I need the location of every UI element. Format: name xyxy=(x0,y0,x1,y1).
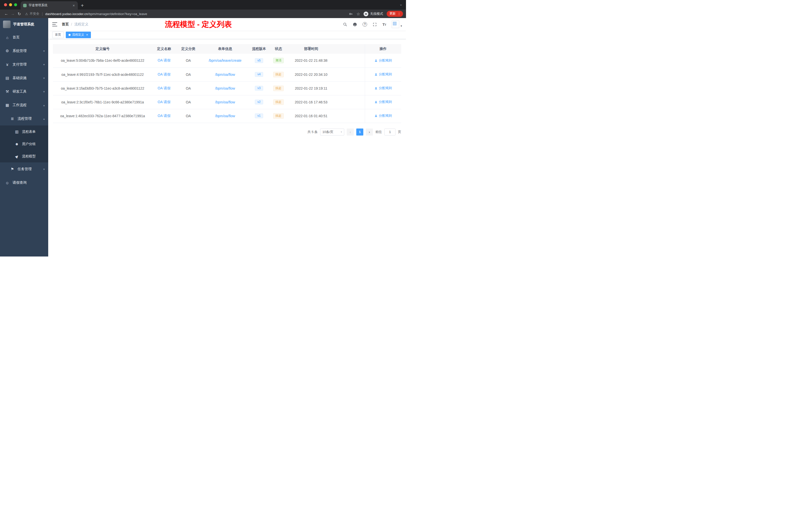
sidebar-item-workflow[interactable]: ▦ 工作流程 xyxy=(0,98,48,112)
infrastructure-icon: ▤ xyxy=(5,76,9,80)
assign-rule-link[interactable]: 分配规则 xyxy=(374,114,392,118)
sidebar-item-process-model[interactable]: ▶ 流程模型 xyxy=(0,150,48,162)
active-dot-icon xyxy=(68,34,70,36)
user-avatar-menu[interactable]: ▾ xyxy=(392,21,402,28)
fullscreen-icon[interactable] xyxy=(373,22,377,27)
definition-name-link[interactable]: OA 请假 xyxy=(158,100,171,104)
sidebar-item-infrastructure[interactable]: ▤ 基础设施 xyxy=(0,71,48,85)
incognito-label: 无痕模式 xyxy=(370,11,383,16)
tag-close-icon[interactable]: × xyxy=(86,33,88,37)
cell-filler xyxy=(334,54,365,67)
person-icon: ☺ xyxy=(5,181,9,185)
assign-rule-link[interactable]: 分配规则 xyxy=(374,86,392,90)
url-divider: | xyxy=(42,12,43,16)
status-badge: 挂起 xyxy=(273,113,284,119)
status-badge: 挂起 xyxy=(273,72,284,77)
sidebar-item-label: 支付管理 xyxy=(12,62,27,67)
sidebar-item-home[interactable]: ⌂ 首页 xyxy=(0,31,48,44)
tag-process-definition[interactable]: 流程定义 × xyxy=(66,32,91,38)
zoom-window-button[interactable] xyxy=(14,3,17,6)
form-link[interactable]: /bpm/oa/flow xyxy=(215,72,235,77)
github-icon[interactable] xyxy=(353,22,357,27)
definition-name-link[interactable]: OA 请假 xyxy=(158,58,171,62)
col-filler xyxy=(334,44,365,54)
sidebar-item-user-group[interactable]: ☻ 用户分组 xyxy=(0,138,48,150)
browser-tab[interactable]: 芋道管理系统 × xyxy=(21,1,78,9)
chevron-up-icon xyxy=(43,104,45,107)
definition-name-link[interactable]: OA 请假 xyxy=(158,86,171,90)
tag-home[interactable]: 首页 xyxy=(52,32,64,38)
security-indicator[interactable]: ⚠ 不安全 xyxy=(25,11,39,16)
update-button[interactable]: 更新 ⋮ xyxy=(387,11,403,17)
assign-rule-link[interactable]: 分配规则 xyxy=(374,72,392,77)
cell-deploy-time: 2022-01-22 21:48:38 xyxy=(289,54,334,67)
page-number-button[interactable]: 1 xyxy=(356,128,363,135)
prev-page-button[interactable]: ‹ xyxy=(347,128,354,135)
form-link[interactable]: /bpm/oa/flow xyxy=(215,86,235,90)
sidebar-item-label: 请假查询 xyxy=(12,180,27,185)
form-link[interactable]: /bpm/oa/flow xyxy=(215,114,235,118)
table-row: oa_leave:2:3c1f0ef1-76b1-11ec-9c66-a2380… xyxy=(53,95,401,109)
back-button[interactable]: ← xyxy=(3,11,9,16)
cell-category: OA xyxy=(176,81,201,95)
minimize-window-button[interactable] xyxy=(9,3,12,6)
sidebar-item-process-management[interactable]: ≣ 流程管理 xyxy=(0,112,48,125)
forward-button[interactable]: → xyxy=(9,11,16,16)
definition-name-link[interactable]: OA 请假 xyxy=(158,72,171,76)
form-link[interactable]: /bpm/oa/flow xyxy=(215,100,235,104)
url-domain: dashboard.yudao.iocoder.cn xyxy=(45,12,88,16)
sidebar-item-payment-management[interactable]: ¥ 支付管理 xyxy=(0,58,48,71)
sidebar-item-label: 任务管理 xyxy=(18,167,32,172)
annotation-title: 流程模型 - 定义列表 xyxy=(165,19,232,30)
new-tab-button[interactable]: + xyxy=(81,3,84,8)
sidebar-item-task-management[interactable]: ⚑ 任务管理 xyxy=(0,162,48,176)
goto-page-input[interactable] xyxy=(384,128,396,135)
version-badge: v2 xyxy=(255,100,263,104)
sidebar-item-dev-tools[interactable]: ⚒ 研发工具 xyxy=(0,85,48,98)
logo-avatar xyxy=(3,21,10,28)
cell-deploy-time: 2022-01-22 20:34:10 xyxy=(289,67,334,81)
key-icon[interactable] xyxy=(349,12,353,16)
page-size-select[interactable]: 10条/页 ▾ xyxy=(320,128,344,135)
help-icon[interactable]: ? xyxy=(362,22,367,27)
browser-menu-icon[interactable]: ⋮ xyxy=(398,12,401,16)
update-label: 更新 xyxy=(389,11,396,16)
sidebar: 芋道管理系统 ⌂ 首页 ⚙ 系统管理 ¥ 支付管理 ▤ 基础设施 ⚒ 研发工具 … xyxy=(0,18,48,256)
tab-favicon-icon xyxy=(23,4,27,7)
next-page-button[interactable]: › xyxy=(366,128,373,135)
cell-definition-id: oa_leave:1:482ec033-762a-11ec-8477-a2380… xyxy=(53,109,152,123)
incognito-icon xyxy=(364,11,368,16)
tab-search-chevron-icon[interactable]: ⌄ xyxy=(399,2,403,6)
breadcrumb-separator: / xyxy=(71,22,72,26)
sidebar-item-leave-query[interactable]: ☺ 请假查询 xyxy=(0,176,48,189)
bookmark-star-icon[interactable]: ☆ xyxy=(356,11,360,16)
tab-close-icon[interactable]: × xyxy=(72,3,75,7)
window-controls xyxy=(0,3,21,6)
person-icon xyxy=(374,87,378,90)
tag-label: 流程定义 xyxy=(72,33,84,37)
cell-category: OA xyxy=(176,109,201,123)
assign-rule-link[interactable]: 分配规则 xyxy=(374,100,392,104)
assign-rule-link[interactable]: 分配规则 xyxy=(374,58,392,63)
font-size-icon[interactable]: TT xyxy=(382,22,386,27)
sidebar-item-label: 系统管理 xyxy=(12,49,27,53)
cell-category: OA xyxy=(176,67,201,81)
warning-icon: ⚠ xyxy=(25,12,28,16)
avatar[interactable] xyxy=(392,21,399,28)
breadcrumb-home[interactable]: 首页 xyxy=(62,22,69,27)
form-link[interactable]: /bpm/oa/leave/create xyxy=(209,58,241,62)
page-content: 定义编号 定义名称 定义分类 表单信息 流程版本 状态 部署时间 操作 oa_l… xyxy=(48,39,406,256)
address-bar[interactable]: dashboard.yudao.iocoder.cn/bpm/manager/d… xyxy=(45,12,346,16)
sidebar-toggle-icon[interactable] xyxy=(52,22,57,26)
app-logo: 芋道管理系统 xyxy=(0,18,48,31)
status-badge: 挂起 xyxy=(273,86,284,91)
dashboard-icon: ⌂ xyxy=(5,35,9,40)
search-icon[interactable] xyxy=(343,22,347,27)
close-window-button[interactable] xyxy=(4,3,7,6)
sidebar-item-system-management[interactable]: ⚙ 系统管理 xyxy=(0,44,48,58)
incognito-indicator[interactable]: 无痕模式 xyxy=(364,11,383,16)
reload-button[interactable]: ↻ xyxy=(16,11,23,16)
cell-deploy-time: 2022-01-16 17:46:53 xyxy=(289,95,334,109)
definition-name-link[interactable]: OA 请假 xyxy=(158,114,171,118)
sidebar-item-process-form[interactable]: ▥ 流程表单 xyxy=(0,125,48,138)
